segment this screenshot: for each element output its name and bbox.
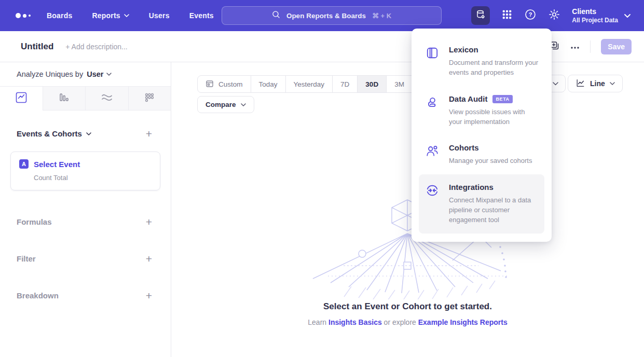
nav-item-users[interactable]: Users (149, 11, 170, 20)
chevron-down-icon (610, 82, 615, 85)
add-formula-button[interactable]: + (146, 216, 152, 227)
chevron-down-icon (124, 14, 129, 17)
compare-button[interactable]: Compare (197, 96, 254, 113)
chart-type-tabs (0, 86, 171, 111)
report-title[interactable]: Untitled (21, 42, 53, 52)
project-selector[interactable]: Clients All Project Data (572, 7, 631, 24)
chevron-down-icon (624, 14, 631, 18)
insights-basics-link[interactable]: Insights Basics (328, 318, 382, 326)
navbar-right: ? Clients All Project Data (471, 0, 631, 31)
breakdown-label: Breakdown (17, 291, 59, 300)
tab-flow[interactable] (85, 87, 128, 111)
search-placeholder: Open Reports & Boards (286, 12, 366, 20)
tab-bar-chart[interactable] (43, 87, 86, 111)
breakdown-section: Breakdown + (0, 290, 171, 301)
flow-tab-icon (100, 91, 114, 106)
add-breakdown-button[interactable]: + (146, 290, 152, 301)
clients-label: Clients (572, 7, 618, 16)
series-badge: A (19, 159, 29, 169)
query-sidebar: Analyze Uniques by User Events & Cohorts… (0, 62, 171, 357)
search-icon (272, 10, 280, 21)
add-filter-button[interactable]: + (146, 253, 152, 264)
project-label: All Project Data (572, 17, 618, 24)
search-shortcut: ⌘ + K (372, 12, 391, 20)
chevron-down-icon (106, 73, 112, 76)
date-range-yesterday[interactable]: Yesterday (285, 76, 333, 92)
nav-item-events[interactable]: Events (189, 11, 214, 20)
select-event-label[interactable]: Select Event (34, 160, 80, 169)
svg-text:?: ? (529, 11, 532, 18)
mixpanel-logo[interactable] (16, 13, 31, 18)
chevron-down-icon (553, 82, 558, 86)
menu-item-title: Integrations (449, 183, 494, 191)
line-chart-icon (576, 78, 585, 89)
menu-item-title: Lexicon (449, 45, 478, 54)
chevron-down-icon (86, 132, 91, 135)
nav-links: Boards Reports Users Events (47, 11, 214, 20)
filter-label: Filter (17, 254, 36, 263)
formulas-label: Formulas (17, 217, 52, 226)
date-range-3m[interactable]: 3M (386, 76, 412, 92)
menu-item-data-audit[interactable]: Data AuditBETA View possible issues with… (419, 86, 544, 135)
date-range-custom[interactable]: Custom (198, 76, 251, 92)
event-card[interactable]: A Select Event Count Total (10, 152, 160, 190)
analyze-by-selector[interactable]: User (87, 70, 112, 78)
save-button[interactable]: Save (601, 39, 632, 54)
menu-item-desc: Document and transform your events and p… (449, 58, 538, 78)
explore-middle: or explore (382, 318, 418, 326)
filter-section: Filter + (0, 253, 171, 264)
analyze-by-label: Analyze Uniques by (17, 70, 83, 78)
ellipsis-icon (570, 42, 580, 51)
grid-icon (501, 9, 513, 22)
lexicon-icon (425, 45, 440, 78)
menu-item-lexicon[interactable]: Lexicon Document and transform your even… (419, 37, 544, 86)
cohorts-icon (425, 143, 440, 166)
data-management-menu: Lexicon Document and transform your even… (412, 29, 552, 242)
report-canvas: Custom Today Yesterday 7D 30D 3M 6M Comp… (171, 62, 644, 357)
menu-item-desc: Connect Mixpanel to a data pipeline or c… (449, 196, 538, 225)
beta-badge: BETA (492, 95, 512, 103)
menu-item-desc: View possible issues with your implement… (449, 107, 538, 127)
menu-item-cohorts[interactable]: Cohorts Manage your saved cohorts (419, 135, 544, 174)
menu-item-title: Cohorts (449, 143, 479, 152)
date-range-30d[interactable]: 30D (357, 76, 386, 92)
apps-grid-button[interactable] (501, 9, 513, 22)
database-gear-icon (475, 9, 486, 22)
menu-item-desc: Manage your saved cohorts (449, 156, 532, 166)
help-icon: ? (524, 8, 537, 23)
settings-button[interactable] (548, 8, 560, 23)
empty-state-heading: Select an Event or Cohort to get started… (171, 301, 644, 312)
menu-item-integrations[interactable]: Integrations Connect Mixpanel to a data … (419, 174, 544, 234)
data-audit-icon (425, 94, 440, 127)
top-navbar: Boards Reports Users Events Open Reports… (0, 0, 644, 31)
learn-prefix: Learn (308, 318, 328, 326)
help-button[interactable]: ? (524, 8, 537, 23)
nav-item-reports[interactable]: Reports (92, 11, 129, 20)
metrics-tab-icon (143, 91, 156, 106)
formulas-section: Formulas + (0, 216, 171, 227)
analyze-by-row: Analyze Uniques by User (0, 62, 171, 86)
chart-type-selector[interactable]: Line (568, 75, 623, 92)
nav-item-boards[interactable]: Boards (47, 11, 72, 20)
events-cohorts-toggle[interactable]: Events & Cohorts (17, 129, 91, 138)
example-insights-reports-link[interactable]: Example Insights Reports (418, 318, 508, 326)
date-range-control: Custom Today Yesterday 7D 30D 3M 6M (197, 75, 439, 93)
menu-item-title: Data Audit (449, 94, 487, 103)
count-total-selector[interactable]: Count Total (34, 174, 152, 182)
add-event-button[interactable]: + (146, 128, 152, 139)
tab-metrics[interactable] (128, 87, 171, 111)
date-range-today[interactable]: Today (251, 76, 285, 92)
bar-chart-tab-icon (58, 91, 70, 106)
calendar-icon (205, 79, 214, 89)
global-search-input[interactable]: Open Reports & Boards ⌘ + K (222, 6, 442, 25)
date-range-7d[interactable]: 7D (332, 76, 357, 92)
chevron-down-icon (241, 103, 246, 106)
divider (590, 40, 591, 53)
events-cohorts-header: Events & Cohorts + (0, 111, 171, 139)
gear-icon (548, 8, 560, 23)
line-chart-tab-icon (15, 91, 28, 106)
more-options-button[interactable] (570, 42, 580, 51)
tab-insights-line[interactable] (0, 87, 43, 111)
add-description-field[interactable]: + Add description... (65, 43, 127, 51)
data-management-button[interactable] (471, 6, 490, 25)
